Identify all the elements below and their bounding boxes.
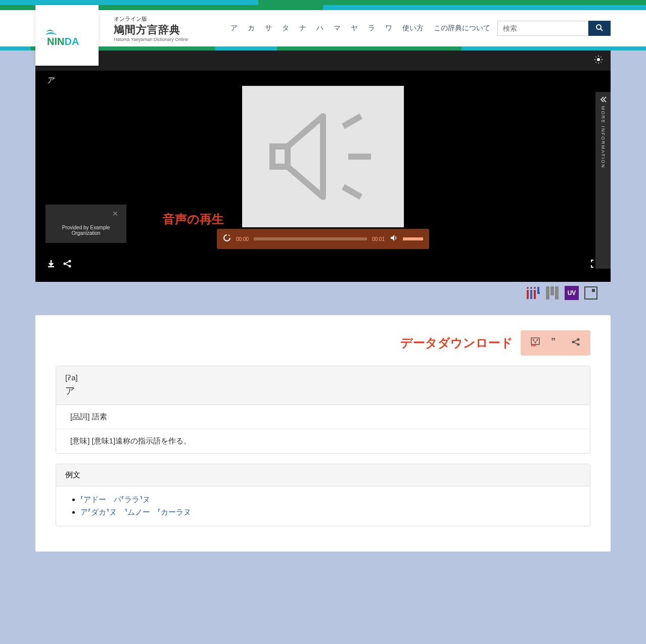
nav-item-ma[interactable]: マ	[331, 22, 344, 35]
search-box	[497, 21, 611, 36]
svg-rect-23	[555, 286, 559, 300]
entry-ipa: [ʔa]	[65, 373, 581, 382]
svg-line-31	[535, 340, 537, 342]
nav-item-ha[interactable]: ハ	[313, 22, 327, 35]
svg-point-8	[64, 263, 66, 265]
title-subtitle: オンライン版	[114, 15, 188, 23]
speaker-icon	[257, 101, 389, 212]
audio-total-time: 00:01	[372, 236, 385, 242]
nav-item-usage[interactable]: 使い方	[399, 22, 427, 35]
example-link-2[interactable]: ア⸢ダカ⸣ヌ ⸣ムノー ⸢カーラヌ	[80, 508, 191, 516]
svg-point-16	[530, 287, 532, 289]
share-icon	[571, 337, 580, 346]
mirador-button[interactable]	[545, 286, 560, 300]
examples-header: 例文	[56, 464, 590, 486]
svg-rect-21	[546, 286, 549, 300]
volume-button[interactable]	[390, 234, 398, 244]
ninda-logo-icon: NINDA	[42, 23, 93, 48]
uv-button[interactable]: UV	[565, 286, 579, 300]
audio-player: 00:00 00:01	[217, 229, 429, 249]
search-button[interactable]	[588, 21, 611, 36]
svg-line-37	[574, 340, 577, 341]
svg-point-1	[596, 25, 601, 29]
example-link-1[interactable]: ⸢アドー パ⸢ララ⸣ヌ	[80, 495, 150, 504]
nav-item-wa[interactable]: ワ	[382, 22, 395, 35]
svg-line-30	[533, 340, 535, 342]
attribution-text: Provided by Example Organization	[54, 225, 118, 236]
square-dot-icon	[584, 286, 597, 300]
svg-point-36	[577, 343, 580, 346]
svg-point-9	[69, 260, 71, 263]
format-icon-row: UV	[0, 282, 646, 315]
nav-item-a[interactable]: ア	[227, 22, 241, 35]
nav-item-about[interactable]: この辞典について	[431, 22, 493, 35]
more-info-panel[interactable]: MORE INFORMATION	[595, 92, 611, 269]
svg-point-18	[534, 287, 536, 289]
search-input[interactable]	[497, 21, 588, 36]
rdf-icon: RDF	[531, 337, 540, 346]
entry-kana: ア	[65, 384, 581, 398]
iiif-icon	[527, 287, 540, 299]
svg-rect-15	[530, 290, 532, 299]
more-info-label: MORE INFORMATION	[601, 106, 606, 169]
svg-point-35	[577, 338, 580, 341]
rdf-download-button[interactable]: RDF	[531, 337, 540, 349]
entry-meaning: [意味] [意味1]遠称の指示語を作る。	[56, 429, 590, 453]
audio-progress-bar[interactable]	[254, 237, 367, 240]
viewer-entry-label: ア	[47, 76, 54, 85]
share-data-button[interactable]	[571, 337, 580, 349]
title-main: 鳩間方言辞典	[114, 23, 188, 37]
logo[interactable]: NINDA	[35, 5, 99, 66]
top-accent-bar	[0, 0, 646, 5]
svg-rect-22	[550, 286, 554, 295]
audio-thumbnail[interactable]	[242, 86, 404, 227]
download-row: データダウンロード RDF ”	[56, 330, 590, 356]
entry-content-card: データダウンロード RDF ”	[35, 315, 611, 552]
svg-text:”: ”	[551, 337, 556, 346]
svg-rect-13	[527, 290, 529, 299]
svg-rect-25	[592, 289, 595, 292]
example-item: ⸢アドー パ⸢ララ⸣ヌ	[80, 493, 576, 506]
svg-line-38	[574, 342, 577, 344]
title-english: Hatoma Yaeyaman Dictionary Online	[114, 37, 188, 42]
attribution-close-button[interactable]: ✕	[54, 210, 118, 218]
download-buttons: RDF ”	[521, 330, 590, 356]
entry-definition-card: [ʔa] ア [品詞] 語素 [意味] [意味1]遠称の指示語を作る。	[56, 366, 590, 454]
nav-item-ka[interactable]: カ	[245, 22, 258, 35]
iiif-button[interactable]	[526, 286, 540, 300]
search-icon	[595, 24, 604, 32]
media-viewer: ア MORE INFORMATION 音声の再生	[35, 51, 611, 282]
entry-pos: [品詞] 語素	[56, 405, 590, 429]
example-item: ア⸢ダカ⸣ヌ ⸣ムノー ⸢カーラヌ	[80, 506, 576, 519]
nav-item-ya[interactable]: ヤ	[348, 22, 361, 35]
svg-line-12	[66, 264, 69, 266]
svg-line-5	[343, 116, 361, 126]
main-nav: ア カ サ タ ナ ハ マ ヤ ラ ワ 使い方 この辞典について	[227, 21, 611, 36]
svg-point-3	[597, 58, 600, 61]
share-icon	[63, 259, 72, 268]
entry-header: [ʔa] ア	[56, 366, 590, 405]
cite-button[interactable]: ”	[551, 337, 560, 349]
site-title-block: オンライン版 鳩間方言辞典 Hatoma Yaeyaman Dictionary…	[114, 15, 188, 42]
svg-line-2	[601, 29, 603, 31]
viewer-body: ア MORE INFORMATION 音声の再生	[35, 71, 611, 254]
examples-card: 例文 ⸢アドー パ⸢ララ⸣ヌ ア⸢ダカ⸣ヌ ⸣ムノー ⸢カーラヌ	[56, 464, 590, 526]
share-button[interactable]	[63, 259, 72, 270]
nav-item-na[interactable]: ナ	[296, 22, 309, 35]
tify-button[interactable]	[584, 286, 598, 300]
download-label: データダウンロード	[400, 335, 513, 351]
play-button[interactable]	[223, 234, 231, 244]
settings-button[interactable]	[594, 55, 603, 66]
audio-annotation-label: 音声の再生	[163, 211, 224, 227]
examples-body: ⸢アドー パ⸢ララ⸣ヌ ア⸢ダカ⸣ヌ ⸣ムノー ⸢カーラヌ	[56, 486, 590, 526]
nav-item-ta[interactable]: タ	[279, 22, 292, 35]
nav-item-ra[interactable]: ラ	[365, 22, 378, 35]
chevron-left-icon	[599, 96, 607, 103]
svg-rect-24	[585, 287, 597, 299]
nav-item-sa[interactable]: サ	[262, 22, 275, 35]
volume-bar[interactable]	[403, 237, 423, 240]
download-icon	[47, 259, 56, 268]
volume-icon	[390, 234, 398, 242]
site-header: NINDA オンライン版 鳩間方言辞典 Hatoma Yaeyaman Dict…	[0, 10, 646, 46]
download-button[interactable]	[47, 259, 56, 270]
